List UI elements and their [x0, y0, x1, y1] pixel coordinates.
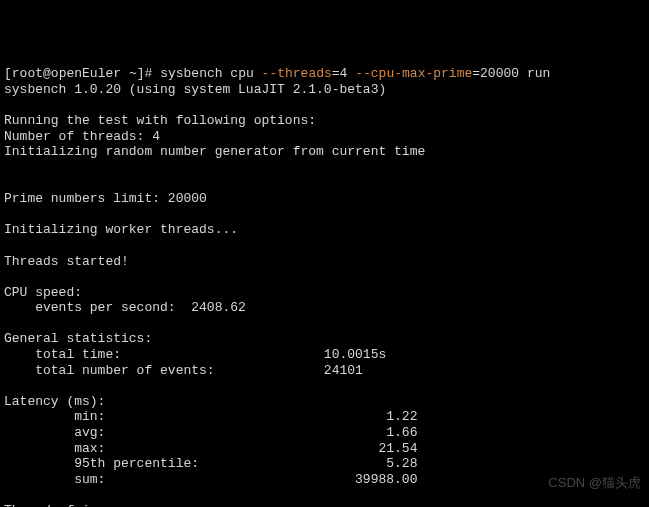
latency-header: Latency (ms):	[4, 394, 105, 409]
prompt-host: openEuler	[51, 66, 121, 81]
cmd-opt1-val: =4	[332, 66, 348, 81]
lat-avg-value: 1.66	[386, 425, 417, 440]
prime-limit-line: Prime numbers limit: 20000	[4, 191, 207, 206]
fairness-header: Threads fairness:	[4, 503, 137, 507]
total-time-value: 10.0015s	[324, 347, 386, 362]
init-rng-line: Initializing random number generator fro…	[4, 144, 425, 159]
prompt-open: [	[4, 66, 12, 81]
prompt-close: ]	[137, 66, 145, 81]
lat-max-label: max:	[4, 441, 378, 456]
cmd-action: run	[527, 66, 550, 81]
cmd-opt2-flag: --cpu-max-prime	[355, 66, 472, 81]
lat-avg-label: avg:	[4, 425, 386, 440]
total-events-label: total number of events:	[4, 363, 324, 378]
prompt-dir: ~	[129, 66, 137, 81]
lat-sum-value: 39988.00	[355, 472, 417, 487]
prompt-user: root	[12, 66, 43, 81]
lat-min-label: min:	[4, 409, 386, 424]
cmd-opt2-val: =20000	[472, 66, 519, 81]
threads-line: Number of threads: 4	[4, 129, 160, 144]
lat-min-value: 1.22	[386, 409, 417, 424]
eps-value: 2408.62	[191, 300, 246, 315]
init-workers-line: Initializing worker threads...	[4, 222, 238, 237]
running-line: Running the test with following options:	[4, 113, 316, 128]
cpu-speed-header: CPU speed:	[4, 285, 82, 300]
cmd-sub: cpu	[230, 66, 253, 81]
lat-sum-label: sum:	[4, 472, 355, 487]
version-line: sysbench 1.0.20 (using system LuaJIT 2.1…	[4, 82, 386, 97]
terminal-output: [root@openEuler ~]# sysbench cpu --threa…	[4, 66, 645, 507]
cmd-opt1-flag: --threads	[262, 66, 332, 81]
threads-started-line: Threads started!	[4, 254, 129, 269]
total-time-label: total time:	[4, 347, 324, 362]
general-stats-header: General statistics:	[4, 331, 152, 346]
prompt-sym: #	[145, 66, 153, 81]
lat-max-value: 21.54	[378, 441, 417, 456]
total-events-value: 24101	[324, 363, 363, 378]
lat-p95-value: 5.28	[386, 456, 417, 471]
cmd-bin: sysbench	[160, 66, 222, 81]
lat-p95-label: 95th percentile:	[4, 456, 386, 471]
eps-label: events per second:	[4, 300, 191, 315]
watermark-text: CSDN @猫头虎	[548, 475, 641, 491]
prompt-at: @	[43, 66, 51, 81]
